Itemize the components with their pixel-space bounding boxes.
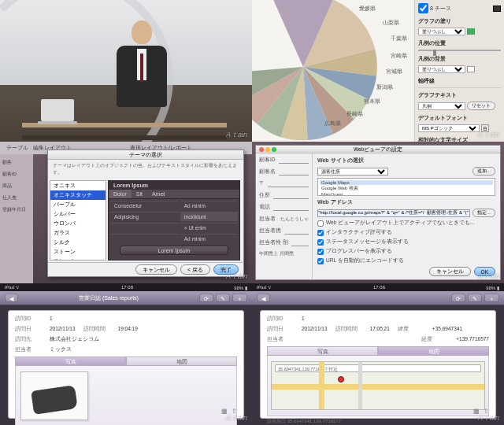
inspector-panel: 8 チース グラフの塗り 塗りつぶし 凡例の位置 凡例の背景 塗りつぶし 軸呼線…: [414, 0, 504, 142]
legend-pos-slider[interactable]: [418, 50, 501, 51]
preview-tab: Dolor: [109, 190, 132, 198]
refresh-icon[interactable]: ⟳: [199, 294, 213, 302]
chk-encode[interactable]: [317, 258, 324, 264]
watermark: Aｔain: [478, 130, 499, 140]
theme-dialog: テーマの選択 テーマはレイアウト上のオブジェクトの色、およびテキストスタイルに影…: [47, 150, 244, 277]
ipad-photo-pane: iPad ᯤ17:0898% ▮ ◀ 営業日誌 (Sales reports) …: [0, 283, 252, 425]
sidebar-item[interactable]: 商品: [2, 183, 31, 190]
source-list[interactable]: Google Maps Google Web 検索 MapQuest Wikip…: [317, 178, 495, 196]
dialog-title: テーマの選択: [48, 150, 243, 160]
presenter-pane: Aｔain: [0, 0, 252, 142]
sheet-titlebar: Webビューアの設定: [256, 146, 500, 153]
tabs: 写真 地図: [15, 357, 237, 366]
address-field-select[interactable]: 源客住所: [317, 168, 388, 176]
theme-item[interactable]: シルク: [50, 238, 106, 247]
add-icon[interactable]: ＋: [484, 294, 499, 302]
theme-item-selected[interactable]: オニキスタッチ: [50, 190, 106, 200]
swatch[interactable]: [493, 6, 501, 12]
min-icon[interactable]: [265, 147, 270, 152]
tab-map[interactable]: 地図: [126, 357, 237, 366]
sidebar-item[interactable]: 顧客ID: [2, 171, 31, 178]
section-web-address: Web アドレス: [317, 198, 495, 206]
presenter: [110, 20, 173, 123]
edit-icon[interactable]: ✎: [468, 294, 482, 302]
field-underline[interactable]: [279, 157, 309, 164]
map-search[interactable]: 35.6947341,139.7716577 付近: [275, 364, 481, 372]
watermark: Aｔain: [226, 130, 247, 140]
chk-interactive[interactable]: [317, 230, 324, 236]
section-website: Web サイトの選択: [317, 157, 495, 164]
font-select[interactable]: MS Pゴシック: [418, 124, 480, 132]
chart-label: 愛媛県: [359, 5, 376, 13]
tab-photo[interactable]: 写真: [15, 357, 126, 366]
theme-item[interactable]: オニキス: [50, 181, 106, 190]
watermark: Aｔain: [226, 272, 247, 282]
chart-inspector-pane: 愛媛県 山梨県 千葉県 宮崎県 宮城県 新潟県 熊本県 長崎県 広島県 8 チー…: [252, 0, 504, 142]
source-item[interactable]: Google Web 検索: [320, 185, 493, 192]
preview-tab: Amet: [147, 190, 169, 198]
sidebar-item[interactable]: 登録年月日: [2, 206, 31, 213]
preview-table: ConsecteturAd minim AdipisicingIncididun…: [109, 199, 239, 245]
swatch[interactable]: [467, 28, 475, 35]
tab-map[interactable]: 地図: [378, 346, 489, 356]
laptop: [41, 99, 74, 121]
theme-list[interactable]: オニキス オニキスタッチ パープル シルバー ウロンバ ガラス シルク ストーン…: [50, 180, 106, 261]
chk-status[interactable]: [317, 239, 324, 246]
expression-input[interactable]: [317, 209, 470, 217]
section-graph-style: グラフの塗り: [418, 17, 501, 25]
watermark: Aｔain: [226, 413, 247, 423]
tab-photo[interactable]: 写真: [267, 346, 378, 356]
photo-area: [15, 365, 237, 425]
close-icon[interactable]: [259, 147, 264, 152]
webviewer-config: Web サイトの選択 源客住所 追加... Google Maps Google…: [313, 153, 500, 279]
text-select[interactable]: 凡例: [418, 102, 465, 110]
swatch[interactable]: [467, 66, 475, 72]
sidebar-item[interactable]: 仕入先: [2, 194, 31, 201]
reset-button[interactable]: リセット: [467, 102, 495, 110]
theme-item[interactable]: パープル: [50, 200, 106, 209]
map-caption: 診療所口 35.6947341,139.7716577: [267, 418, 489, 425]
pie-checkbox[interactable]: [418, 3, 428, 13]
bg-select[interactable]: 塗りつぶし: [418, 65, 465, 73]
map-area: 35.6947341,139.7716577 付近: [267, 355, 489, 416]
sheet-title: Webビューアの設定: [354, 146, 402, 152]
cancel-button[interactable]: キャンセル: [429, 267, 471, 276]
chk-inactive[interactable]: [317, 220, 324, 227]
cancel-button[interactable]: キャンセル: [135, 264, 177, 275]
back-button[interactable]: ◀: [257, 294, 270, 302]
preview-tab: Sit: [132, 190, 147, 198]
chk-progress[interactable]: [317, 249, 324, 255]
webviewer-sheet: Webビューアの設定 顧客ID 顧客名 〒 住所 電話 担当者たんとうしゃ 担当…: [255, 145, 501, 280]
pie-chart: 愛媛県 山梨県 千葉県 宮崎県 宮城県 新潟県 熊本県 長崎県 広島県: [252, 0, 414, 142]
ipad-map-pane: iPad ᯤ17:0698% ▮ ◀ ⟳ ✎ ＋ 訪問ID1 訪問日2012/1…: [252, 283, 504, 425]
preview-button: Lorem Ipsum: [120, 246, 228, 255]
zoom-icon[interactable]: [272, 147, 276, 152]
edit-icon[interactable]: ✎: [216, 294, 230, 302]
nav-title: 営業日誌 (Sales reports): [79, 294, 139, 302]
watermark: Aｔain: [478, 272, 499, 282]
style-select[interactable]: 塗りつぶし: [418, 28, 465, 35]
refresh-icon[interactable]: ⟳: [451, 294, 465, 302]
section-legend-bg: 凡例の背景: [418, 55, 501, 63]
source-item[interactable]: MapQuest: [320, 192, 493, 196]
section-legend-pos: 凡例の位置: [418, 39, 501, 47]
sidebar-item[interactable]: 顧客: [2, 159, 31, 166]
specify-button[interactable]: 指定...: [472, 209, 495, 217]
theme-item[interactable]: ウロンバ: [50, 219, 106, 228]
add-button[interactable]: 追加...: [472, 167, 495, 176]
theme-item[interactable]: ガラス: [50, 228, 106, 238]
add-icon[interactable]: ＋: [232, 294, 247, 302]
theme-preview: Lorem Ipsum Dolor Sit Amet ConsecteturAd…: [108, 180, 240, 261]
theme-item[interactable]: シルバー: [50, 209, 106, 219]
theme-item[interactable]: スレート: [50, 257, 106, 261]
back-button[interactable]: ◀: [5, 294, 18, 302]
back-button[interactable]: < 戻る: [180, 264, 210, 275]
photo-thumbnail[interactable]: [20, 371, 88, 420]
ribbon-tab[interactable]: テーブル: [6, 144, 28, 152]
pie-svg: [252, 0, 378, 142]
theme-item[interactable]: ストーン: [50, 247, 106, 257]
tabs: 写真 地図: [267, 346, 489, 356]
dialog-hint: テーマはレイアウト上のオブジェクトの色、およびテキストスタイルに影響をあたえます…: [48, 160, 243, 179]
section-graph-text: グラフテキスト: [418, 91, 501, 99]
map-view[interactable]: 35.6947341,139.7716577 付近: [271, 361, 485, 410]
